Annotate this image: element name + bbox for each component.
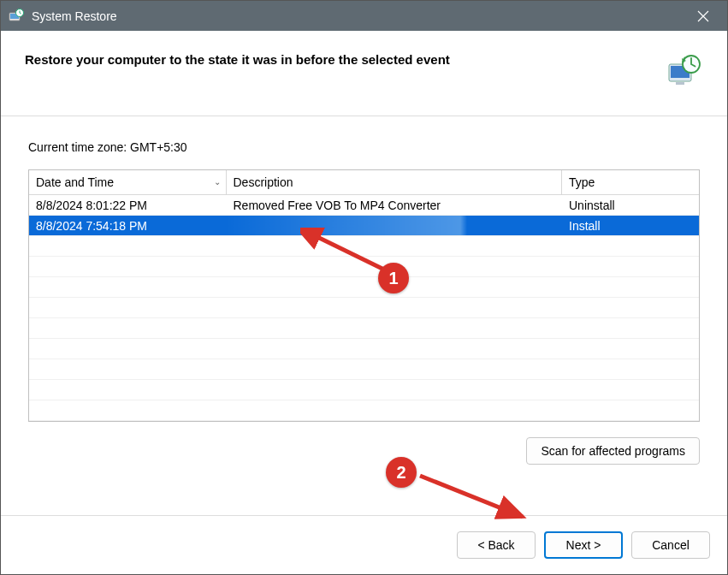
wizard-footer: < Back Next > Cancel [1,515,727,574]
table-row-empty [29,400,699,421]
cell-description: Removed Free VOB To MP4 Converter [226,195,562,216]
wizard-content: Current time zone: GMT+5:30 Date and Tim… [1,116,727,515]
close-icon [697,10,709,22]
table-row-empty [29,318,699,339]
back-button[interactable]: < Back [457,531,536,559]
cell-description [226,216,562,236]
timezone-label: Current time zone: GMT+5:30 [28,140,700,154]
system-restore-window: System Restore Restore your computer to … [0,0,728,575]
annotation-badge-2: 2 [386,457,417,488]
column-header-description[interactable]: Description [226,170,562,195]
next-button[interactable]: Next > [544,531,623,559]
table-row-empty [29,257,699,277]
table-row[interactable]: 8/8/2024 8:01:22 PM Removed Free VOB To … [29,195,699,216]
cancel-button[interactable]: Cancel [631,531,710,559]
annotation-badge-1: 1 [378,263,409,293]
page-title: Restore your computer to the state it wa… [25,52,648,67]
cell-type: Uninstall [562,195,699,216]
scan-affected-button[interactable]: Scan for affected programs [526,437,700,465]
column-header-datetime[interactable]: Date and Time ⌄ [29,170,226,195]
restore-icon [666,52,703,90]
svg-line-8 [420,476,523,517]
cell-datetime: 8/8/2024 8:01:22 PM [29,195,226,216]
table-row-empty [29,380,699,400]
table-row[interactable]: 8/8/2024 7:54:18 PM Install [29,216,699,236]
scan-row: Scan for affected programs [28,422,700,473]
window-title: System Restore [32,9,686,23]
titlebar: System Restore [1,1,727,31]
sort-indicator-icon: ⌄ [214,177,221,187]
table-row-empty [29,359,699,380]
wizard-header: Restore your computer to the state it wa… [1,31,727,116]
table-row-empty [29,298,699,318]
cell-type: Install [562,216,699,236]
cell-datetime: 8/8/2024 7:54:18 PM [29,216,226,236]
restore-points-table: Date and Time ⌄ Description Type 8/8/202… [28,169,700,422]
table-row-empty [29,236,699,257]
close-button[interactable] [686,1,720,31]
table-row-empty [29,277,699,298]
column-header-type[interactable]: Type [562,170,699,195]
svg-rect-5 [676,82,684,85]
app-icon [8,8,25,25]
table-row-empty [29,339,699,359]
